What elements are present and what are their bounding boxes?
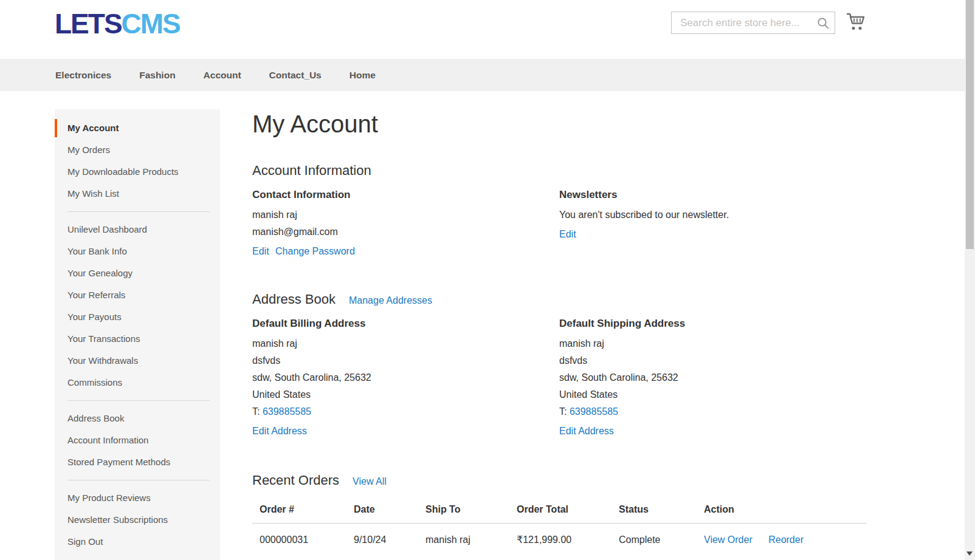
shipping-phone-line: T: 639885585 <box>559 403 866 420</box>
search-box <box>671 12 835 34</box>
order-row: 000000031 9/10/24 manish raj ₹121,999.00… <box>252 524 866 555</box>
newsletters-title: Newsletters <box>559 188 866 202</box>
sidebar-item-my-downloadable-products[interactable]: My Downloadable Products <box>55 161 220 183</box>
contact-information-block: Contact Information manish raj manish@gm… <box>252 188 559 259</box>
billing-name: manish raj <box>252 335 559 352</box>
newsletter-status-text: You aren't subscribed to our newsletter. <box>559 207 866 224</box>
order-status-cell: Complete <box>612 524 697 555</box>
order-actions-cell: View Order Reorder <box>697 524 866 555</box>
contact-name: manish raj <box>252 207 559 224</box>
scrollbar-down-arrow-icon[interactable] <box>966 551 973 556</box>
default-shipping-address-block: Default Shipping Address manish raj dsfv… <box>559 317 866 439</box>
sidebar-item-my-wish-list[interactable]: My Wish List <box>55 183 220 205</box>
logo-text-lets: LETS <box>55 8 122 39</box>
sidebar-item-address-book[interactable]: Address Book <box>55 408 220 429</box>
contact-email: manish@gmail.com <box>252 224 559 241</box>
shipping-phone-label: T: <box>559 406 570 417</box>
newsletters-block: Newsletters You aren't subscribed to our… <box>559 188 866 259</box>
account-information-title: Account Information <box>252 163 371 179</box>
edit-billing-address-link[interactable]: Edit Address <box>252 426 307 436</box>
billing-phone-link[interactable]: 639885585 <box>263 406 311 417</box>
default-shipping-address-title: Default Shipping Address <box>559 317 866 330</box>
sidebar-item-your-payouts[interactable]: Your Payouts <box>55 306 220 328</box>
nav-item-home[interactable]: Home <box>336 70 390 81</box>
vertical-scrollbar[interactable] <box>965 0 975 560</box>
main-nav: Electronices Fashion Account Contact_Us … <box>0 59 965 91</box>
sidebar-item-unilevel-dashboard[interactable]: Unilevel Dashboard <box>55 219 220 241</box>
default-billing-address-block: Default Billing Address manish raj dsfvd… <box>252 317 559 439</box>
sidebar-item-stored-payment-methods[interactable]: Stored Payment Methods <box>55 451 220 473</box>
sidebar-item-your-referrals[interactable]: Your Referrals <box>55 284 220 306</box>
column-header-order-total: Order Total <box>509 498 612 524</box>
main-content: My Account Account Information Contact I… <box>252 109 866 554</box>
address-book-section: Address Book Manage Addresses Default Bi… <box>252 292 866 439</box>
order-total-cell: ₹121,999.00 <box>509 524 612 555</box>
shipping-city-state-zip: sdw, South Carolina, 25632 <box>559 369 866 386</box>
sidebar-item-your-bank-info[interactable]: Your Bank Info <box>55 241 220 262</box>
change-password-link[interactable]: Change Password <box>275 246 355 256</box>
recent-orders-title: Recent Orders <box>252 473 339 488</box>
sidebar-item-your-withdrawals[interactable]: Your Withdrawals <box>55 350 220 372</box>
recent-orders-table: Order # Date Ship To Order Total Status … <box>252 498 866 554</box>
nav-item-account[interactable]: Account <box>190 70 255 81</box>
page-header: LETSCMS <box>0 0 965 59</box>
sidebar-item-my-product-reviews[interactable]: My Product Reviews <box>55 487 220 509</box>
manage-addresses-link[interactable]: Manage Addresses <box>349 295 432 306</box>
sidebar-divider <box>67 480 210 480</box>
page-title: My Account <box>252 109 866 138</box>
scrollbar-thumb[interactable] <box>966 0 974 249</box>
search-input[interactable] <box>672 12 835 33</box>
edit-newsletter-link[interactable]: Edit <box>559 229 576 239</box>
search-icon[interactable] <box>816 16 830 30</box>
sidebar-divider <box>67 400 210 401</box>
orders-header-row: Order # Date Ship To Order Total Status … <box>252 498 866 524</box>
column-header-date: Date <box>346 498 418 524</box>
contact-information-title: Contact Information <box>252 188 559 202</box>
nav-item-contact-us[interactable]: Contact_Us <box>255 70 336 81</box>
address-book-title: Address Book <box>252 292 336 307</box>
order-number-cell: 000000031 <box>252 524 346 555</box>
sidebar-item-commissions[interactable]: Commissions <box>55 372 220 394</box>
shipping-name: manish raj <box>559 335 866 352</box>
edit-contact-link[interactable]: Edit <box>252 246 269 256</box>
store-logo[interactable]: LETSCMS <box>55 10 180 38</box>
shipping-phone-link[interactable]: 639885585 <box>570 406 618 417</box>
reorder-link[interactable]: Reorder <box>768 534 804 545</box>
column-header-ship-to: Ship To <box>418 498 509 524</box>
billing-street: dsfvds <box>252 352 559 369</box>
sidebar-item-your-genealogy[interactable]: Your Genealogy <box>55 262 220 284</box>
cart-icon[interactable] <box>845 12 866 32</box>
sidebar-item-my-account[interactable]: My Account <box>55 117 220 139</box>
sidebar-divider <box>67 211 210 212</box>
column-header-order-number: Order # <box>252 498 346 524</box>
billing-phone-label: T: <box>252 406 263 417</box>
shipping-country: United States <box>559 386 866 403</box>
nav-item-electronices[interactable]: Electronices <box>41 70 125 81</box>
order-ship-to-cell: manish raj <box>418 524 509 555</box>
sidebar-item-your-transactions[interactable]: Your Transactions <box>55 328 220 350</box>
account-sidebar: My Account My Orders My Downloadable Pro… <box>55 109 220 560</box>
order-date-cell: 9/10/24 <box>346 524 418 555</box>
default-billing-address-title: Default Billing Address <box>252 317 559 330</box>
column-header-action: Action <box>697 498 866 524</box>
logo-text-cms: CMS <box>122 8 180 39</box>
column-header-status: Status <box>612 498 697 524</box>
sidebar-item-sign-out[interactable]: Sign Out <box>55 531 220 553</box>
sidebar-item-newsletter-subscriptions[interactable]: Newsletter Subscriptions <box>55 509 220 531</box>
sidebar-item-account-information[interactable]: Account Information <box>55 429 220 451</box>
edit-shipping-address-link[interactable]: Edit Address <box>559 426 614 436</box>
sidebar-item-my-orders[interactable]: My Orders <box>55 139 220 161</box>
nav-item-fashion[interactable]: Fashion <box>125 70 189 81</box>
billing-city-state-zip: sdw, South Carolina, 25632 <box>252 369 559 386</box>
view-all-orders-link[interactable]: View All <box>353 476 387 487</box>
billing-phone-line: T: 639885585 <box>252 403 559 420</box>
recent-orders-section: Recent Orders View All Order # Date Ship… <box>252 473 866 554</box>
billing-country: United States <box>252 386 559 403</box>
view-order-link[interactable]: View Order <box>704 534 753 545</box>
account-information-section: Account Information Contact Information … <box>252 163 866 259</box>
shipping-street: dsfvds <box>559 352 866 369</box>
